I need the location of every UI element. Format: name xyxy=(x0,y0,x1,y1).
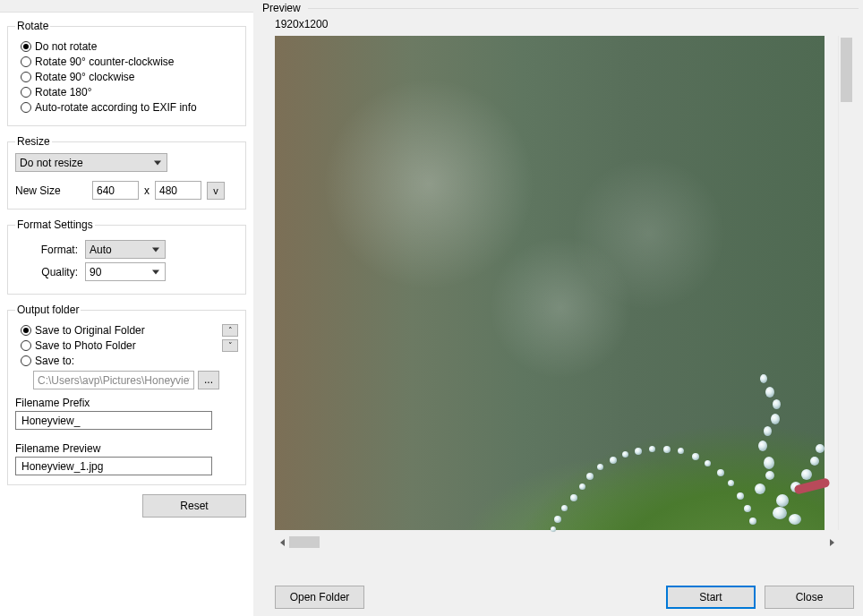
filename-preview-input[interactable] xyxy=(15,457,212,475)
output-option-photo-folder[interactable]: Save to Photo Folder xyxy=(21,339,238,352)
close-button[interactable]: Close xyxy=(765,586,854,609)
scrollbar-thumb[interactable] xyxy=(289,536,320,548)
reset-button[interactable]: Reset xyxy=(142,494,246,518)
preview-image xyxy=(275,36,825,530)
scroll-left-icon[interactable] xyxy=(275,535,290,550)
rotate-option-auto-exif[interactable]: Auto-rotate according to EXIF info xyxy=(21,101,238,114)
filename-prefix-input[interactable] xyxy=(15,411,212,430)
output-group: Output folder ˄ ˅ Save to Original Folde… xyxy=(7,304,246,485)
scroll-right-icon[interactable] xyxy=(825,535,840,550)
resize-group: Resize Do not resize New Size x v xyxy=(7,135,246,210)
quality-label: Quality: xyxy=(15,266,78,278)
newsize-label: New Size xyxy=(15,184,87,197)
rotate-option-90-cw[interactable]: Rotate 90° clockwise xyxy=(21,71,238,83)
radio-icon xyxy=(21,355,31,366)
preview-vertical-scrollbar[interactable] xyxy=(838,36,853,530)
rotate-group: Rotate Do not rotate Rotate 90° counter-… xyxy=(7,20,246,126)
rotate-option-180[interactable]: Rotate 180° xyxy=(21,86,238,98)
rotate-legend: Rotate xyxy=(15,20,50,32)
quality-select[interactable]: 90 xyxy=(85,262,166,281)
start-button[interactable]: Start xyxy=(666,586,756,609)
radio-icon xyxy=(21,41,31,52)
rotate-option-90-ccw[interactable]: Rotate 90° counter-clockwise xyxy=(21,56,238,68)
resize-width-input[interactable] xyxy=(92,181,139,200)
radio-icon xyxy=(21,87,31,98)
rotate-option-do-not-rotate[interactable]: Do not rotate xyxy=(21,40,238,53)
format-group: Format Settings Format: Auto Quality: 90 xyxy=(7,218,246,295)
filename-preview-label: Filename Preview xyxy=(15,442,238,455)
resize-mode-select[interactable]: Do not resize xyxy=(15,153,167,172)
divider xyxy=(308,8,859,9)
radio-icon xyxy=(21,56,31,67)
radio-icon xyxy=(21,72,31,82)
radio-icon xyxy=(21,340,31,351)
preview-legend: Preview xyxy=(262,2,301,14)
format-label: Format: xyxy=(15,244,78,256)
output-nav-up-button[interactable]: ˄ xyxy=(222,324,238,337)
output-path-input[interactable] xyxy=(33,371,194,389)
resize-height-input[interactable] xyxy=(155,181,201,200)
resize-preset-button[interactable]: v xyxy=(207,182,225,200)
format-select[interactable]: Auto xyxy=(85,240,166,259)
output-nav-down-button[interactable]: ˅ xyxy=(222,339,238,352)
scrollbar-thumb[interactable] xyxy=(841,38,852,102)
multiply-label: x xyxy=(144,184,150,197)
browse-button[interactable]: ... xyxy=(198,371,219,389)
radio-icon xyxy=(21,325,31,336)
output-legend: Output folder xyxy=(15,304,81,316)
open-folder-button[interactable]: Open Folder xyxy=(275,586,364,609)
output-option-original-folder[interactable]: Save to Original Folder xyxy=(21,324,238,337)
radio-icon xyxy=(21,102,31,113)
filename-prefix-label: Filename Prefix xyxy=(15,397,238,409)
output-option-save-to[interactable]: Save to: xyxy=(21,355,238,367)
format-legend: Format Settings xyxy=(15,218,95,231)
preview-dimensions: 1920x1200 xyxy=(275,18,859,30)
resize-legend: Resize xyxy=(15,135,52,148)
preview-horizontal-scrollbar[interactable] xyxy=(275,535,825,550)
